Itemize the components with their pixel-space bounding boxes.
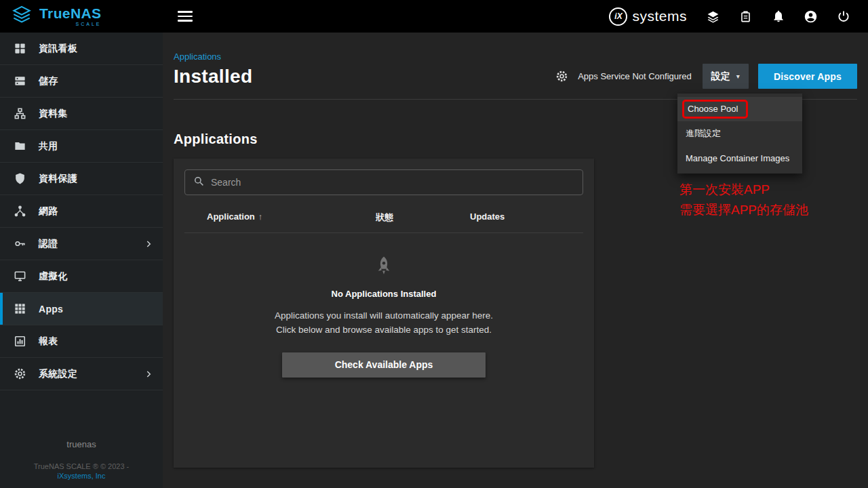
notifications-bell-icon[interactable] bbox=[771, 9, 785, 24]
annotation-line2: 需要選擇APP的存儲池 bbox=[679, 200, 808, 220]
empty-state-title: No Applications Installed bbox=[332, 289, 437, 299]
bar-chart-icon bbox=[13, 335, 26, 348]
column-header-status[interactable]: 狀態 bbox=[340, 211, 429, 224]
shield-icon bbox=[13, 172, 26, 186]
power-icon[interactable] bbox=[836, 9, 850, 24]
empty-state: No Applications Installed Applications y… bbox=[184, 255, 583, 378]
sidebar-item-apps[interactable]: Apps bbox=[0, 293, 163, 325]
truenas-logo-icon bbox=[9, 5, 34, 28]
menu-toggle-icon[interactable] bbox=[178, 8, 193, 24]
ix-logo-text: systems bbox=[632, 8, 687, 24]
jobs-clipboard-icon[interactable] bbox=[738, 9, 753, 24]
check-available-apps-button[interactable]: Check Available Apps bbox=[282, 352, 486, 378]
ix-circle-logo: iX bbox=[609, 7, 627, 26]
column-header-application[interactable]: Application↑ bbox=[184, 211, 340, 224]
header-actions: Apps Service Not Configured 設定 ▾ Discove… bbox=[555, 64, 857, 89]
search-icon bbox=[193, 175, 205, 190]
datasets-tree-icon bbox=[13, 107, 26, 121]
topbar-icons bbox=[706, 9, 868, 24]
dashboard-icon bbox=[13, 42, 26, 56]
search-input[interactable] bbox=[211, 177, 575, 188]
page-header: Installed Apps Service Not Configured 設定… bbox=[174, 64, 857, 89]
sidebar-item-label: 認證 bbox=[39, 238, 58, 250]
page-title: Installed bbox=[174, 66, 252, 87]
annotation-line1: 第一次安裝APP bbox=[679, 180, 808, 200]
breadcrumb[interactable]: Applications bbox=[174, 52, 221, 62]
sidebar-item-system-settings[interactable]: 系統設定 bbox=[0, 358, 163, 390]
sidebar-item-label: 網路 bbox=[39, 205, 58, 218]
sidebar-item-dashboard[interactable]: 資訊看板 bbox=[0, 33, 163, 65]
empty-state-description: Applications you install will automatica… bbox=[275, 309, 493, 338]
annotation-text: 第一次安裝APP 需要選擇APP的存儲池 bbox=[679, 180, 808, 221]
apps-service-status: Apps Service Not Configured bbox=[578, 71, 692, 81]
sidebar-item-label: 資訊看板 bbox=[39, 43, 77, 55]
monitor-icon bbox=[13, 270, 26, 283]
discover-apps-button[interactable]: Discover Apps bbox=[758, 64, 857, 89]
menu-item-choose-pool[interactable]: Choose Pool bbox=[677, 97, 802, 121]
truenas-logo-text: TrueNAS SCALE bbox=[39, 6, 102, 26]
sidebar-item-storage[interactable]: 儲存 bbox=[0, 65, 163, 98]
sidebar-item-shares[interactable]: 共用 bbox=[0, 130, 163, 163]
truecommand-layers-icon[interactable] bbox=[706, 9, 720, 24]
settings-dropdown-menu: Choose Pool 進階設定 Manage Container Images bbox=[677, 94, 802, 174]
gear-icon bbox=[13, 367, 26, 381]
topbar: TrueNAS SCALE iX systems bbox=[0, 0, 868, 33]
sidebar-item-label: 共用 bbox=[39, 140, 58, 152]
sidebar-item-label: 系統設定 bbox=[39, 368, 77, 380]
ixsystems-logo: iX systems bbox=[609, 7, 687, 26]
empty-state-line2: Click below and browse available apps to… bbox=[275, 323, 493, 338]
rocket-icon bbox=[372, 255, 396, 282]
key-icon bbox=[13, 237, 26, 251]
account-icon[interactable] bbox=[804, 9, 818, 24]
copyright-label: TrueNAS SCALE ® © 2023 - bbox=[0, 461, 163, 472]
company-link[interactable]: iXsystems, Inc bbox=[0, 472, 163, 480]
truenas-logo[interactable]: TrueNAS SCALE bbox=[0, 5, 163, 28]
sidebar-item-label: 儲存 bbox=[39, 75, 58, 87]
service-gear-icon bbox=[555, 70, 568, 83]
sidebar-item-label: 虛擬化 bbox=[39, 270, 68, 283]
sidebar-footer: truenas TrueNAS SCALE ® © 2023 - iXsyste… bbox=[0, 439, 163, 481]
network-icon bbox=[13, 205, 26, 218]
sort-ascending-icon: ↑ bbox=[258, 211, 263, 222]
apps-grid-icon bbox=[13, 302, 26, 316]
chevron-right-icon bbox=[144, 239, 153, 249]
applications-card: Application↑ 狀態 Updates No Applications … bbox=[174, 159, 594, 468]
sidebar-item-network[interactable]: 網路 bbox=[0, 195, 163, 228]
settings-dropdown-button[interactable]: 設定 ▾ bbox=[703, 64, 749, 89]
sidebar-item-label: Apps bbox=[39, 304, 63, 314]
choose-pool-annotation-box: Choose Pool bbox=[682, 100, 748, 119]
settings-button-label: 設定 bbox=[711, 70, 730, 83]
column-header-updates[interactable]: Updates bbox=[429, 211, 583, 224]
sidebar: 資訊看板 儲存 資料集 共用 資料保護 網路 認證 虛擬化 Apps 報表 bbox=[0, 33, 163, 488]
sidebar-item-virtualization[interactable]: 虛擬化 bbox=[0, 260, 163, 293]
storage-icon bbox=[13, 75, 26, 88]
search-box bbox=[184, 169, 583, 195]
applications-table-header: Application↑ 狀態 Updates bbox=[184, 211, 583, 233]
menu-item-manage-container-images[interactable]: Manage Container Images bbox=[677, 146, 802, 170]
sidebar-item-credentials[interactable]: 認證 bbox=[0, 228, 163, 260]
main-content: Applications Installed Apps Service Not … bbox=[163, 33, 868, 488]
empty-state-line1: Applications you install will automatica… bbox=[275, 309, 493, 323]
sidebar-item-reporting[interactable]: 報表 bbox=[0, 325, 163, 358]
sidebar-item-data-protection[interactable]: 資料保護 bbox=[0, 163, 163, 195]
chevron-right-icon bbox=[144, 369, 153, 379]
caret-down-icon: ▾ bbox=[736, 73, 740, 80]
hostname-label: truenas bbox=[0, 439, 163, 449]
sidebar-item-label: 資料保護 bbox=[39, 173, 77, 185]
folder-icon bbox=[13, 140, 26, 153]
brand-sub: SCALE bbox=[39, 22, 102, 26]
menu-item-advanced-settings[interactable]: 進階設定 bbox=[677, 121, 802, 146]
sidebar-item-label: 資料集 bbox=[39, 108, 68, 120]
sidebar-item-datasets[interactable]: 資料集 bbox=[0, 98, 163, 130]
brand-name: TrueNAS bbox=[39, 6, 102, 20]
sidebar-item-label: 報表 bbox=[39, 336, 58, 348]
